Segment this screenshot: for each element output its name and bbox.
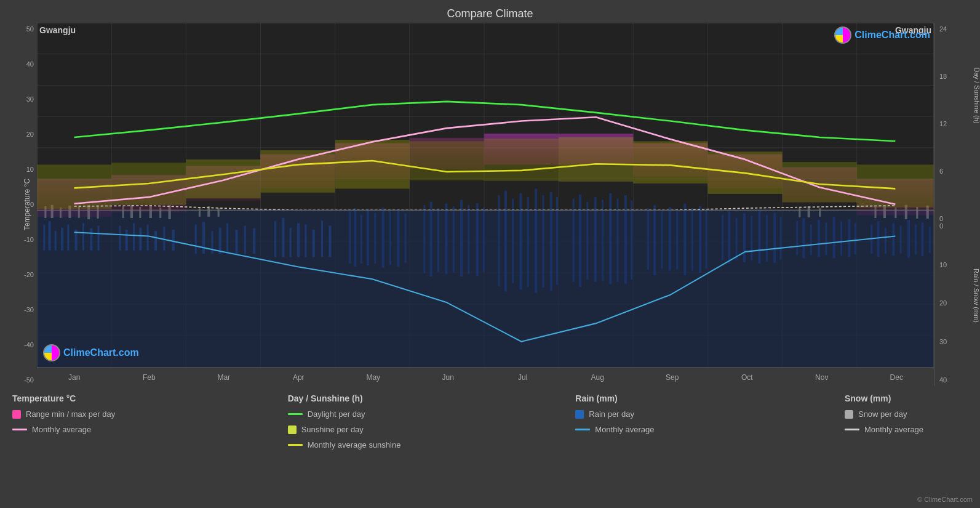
svg-rect-77	[512, 198, 514, 283]
brand-text-bottom: ClimeChart.com	[63, 347, 139, 358]
y-axis-right-daylight-label: Day / Sunshine (h)	[973, 67, 980, 123]
svg-rect-96	[669, 207, 671, 271]
legend-line-sunshine-avg	[288, 444, 303, 446]
location-label-left: Gwangju	[39, 25, 76, 35]
svg-rect-23	[37, 210, 934, 368]
legend-swatch-sunshine	[288, 425, 297, 434]
svg-rect-169	[260, 150, 335, 193]
legend-title-snow: Snow (mm)	[845, 393, 968, 403]
y-tick: 10	[26, 166, 34, 173]
svg-rect-80	[535, 188, 537, 292]
svg-rect-42	[202, 222, 205, 254]
brand-text-top: ClimeChart.com	[855, 30, 930, 41]
svg-rect-113	[810, 225, 812, 256]
svg-rect-69	[445, 204, 447, 274]
svg-rect-142	[199, 208, 201, 217]
y-tick: -50	[24, 376, 34, 384]
brand-logo-bottom: ClimeChart.com	[43, 344, 139, 361]
y-axis-right: 24 18 12 6 0 0 10 20 30 40 Day / Sunshin…	[934, 23, 980, 386]
svg-rect-118	[848, 219, 850, 257]
svg-rect-49	[274, 221, 276, 257]
y-tick-right: 10	[939, 261, 980, 268]
legend-line-rain-avg	[575, 429, 590, 430]
x-tick-nov: Nov	[784, 373, 859, 382]
svg-rect-124	[900, 226, 902, 254]
svg-rect-147	[819, 208, 821, 217]
svg-rect-126	[915, 225, 917, 255]
svg-rect-104	[736, 218, 738, 260]
svg-rect-44	[219, 228, 221, 254]
svg-rect-31	[90, 228, 92, 251]
brand-icon-bottom	[43, 344, 60, 361]
svg-rect-62	[382, 208, 384, 267]
svg-rect-50	[282, 218, 284, 257]
svg-rect-54	[313, 230, 315, 257]
legend-item-temp-range: Range min / max per day	[12, 409, 141, 419]
x-tick-oct: Oct	[710, 373, 785, 382]
brand-icon-top	[834, 26, 851, 44]
legend-group-snow: Snow (mm) Snow per day Monthly average	[845, 393, 968, 434]
svg-rect-144	[218, 208, 220, 217]
y-tick-right: 0	[939, 215, 980, 222]
x-tick-sep: Sep	[635, 373, 710, 382]
svg-rect-106	[751, 216, 752, 260]
x-tick-apr: Apr	[261, 373, 337, 382]
svg-rect-75	[498, 195, 500, 286]
svg-rect-60	[367, 210, 369, 265]
svg-rect-91	[624, 195, 627, 284]
svg-rect-176	[783, 162, 857, 203]
svg-rect-81	[542, 195, 544, 288]
legend-area: Temperature °C Range min / max per day M…	[0, 386, 980, 508]
y-axis-left: Temperature °C 50 40 30 20 10 0 -10 -20 …	[0, 23, 37, 386]
svg-rect-85	[579, 195, 581, 287]
svg-rect-24	[43, 225, 45, 251]
legend-item-sunshine: Sunshine per day	[288, 425, 429, 434]
svg-rect-37	[147, 225, 149, 251]
chart-title: Compare Climate	[0, 0, 980, 23]
svg-rect-97	[676, 209, 678, 269]
svg-rect-121	[877, 221, 880, 257]
legend-item-snow-avg: Monthly average	[845, 425, 968, 434]
y-tick: 40	[26, 60, 34, 68]
svg-rect-73	[476, 203, 479, 276]
x-tick-jul: Jul	[485, 373, 560, 382]
svg-rect-145	[799, 208, 800, 217]
svg-rect-117	[840, 221, 842, 256]
x-axis: Jan Feb Mar Apr May Jun Jul Aug Sep Oct …	[37, 368, 934, 386]
y-tick: 20	[26, 131, 34, 138]
legend-group-rain: Rain (mm) Rain per day Monthly average	[575, 393, 698, 434]
x-tick-jun: Jun	[411, 373, 486, 382]
svg-rect-63	[389, 211, 391, 265]
y-tick: -20	[24, 271, 34, 278]
svg-rect-168	[186, 159, 260, 198]
legend-item-snow: Snow per day	[845, 409, 968, 419]
svg-rect-68	[437, 208, 439, 272]
svg-rect-177	[857, 164, 934, 208]
legend-swatch-temp-range	[12, 410, 21, 419]
svg-rect-111	[796, 221, 798, 255]
svg-rect-39	[163, 227, 165, 251]
svg-rect-95	[661, 211, 663, 268]
y-tick: 50	[26, 25, 34, 33]
svg-rect-115	[825, 222, 827, 255]
svg-rect-38	[154, 231, 157, 251]
svg-rect-114	[818, 220, 820, 257]
y-tick-right: 0	[939, 222, 980, 230]
chart-svg	[37, 23, 934, 368]
svg-rect-82	[550, 192, 552, 291]
svg-rect-30	[82, 223, 84, 250]
svg-rect-92	[631, 200, 632, 280]
svg-rect-47	[244, 226, 246, 254]
legend-item-temp-avg: Monthly average	[12, 425, 141, 434]
svg-rect-173	[559, 137, 633, 182]
svg-rect-52	[297, 223, 300, 257]
svg-rect-36	[139, 228, 141, 251]
svg-rect-101	[705, 210, 707, 268]
svg-rect-27	[61, 228, 63, 251]
main-container: Compare Climate Temperature °C 50 40 30 …	[0, 0, 980, 508]
x-tick-aug: Aug	[560, 373, 635, 382]
legend-swatch-rain	[575, 410, 584, 419]
svg-rect-172	[484, 139, 559, 181]
svg-rect-53	[305, 225, 306, 257]
svg-rect-74	[483, 208, 485, 272]
